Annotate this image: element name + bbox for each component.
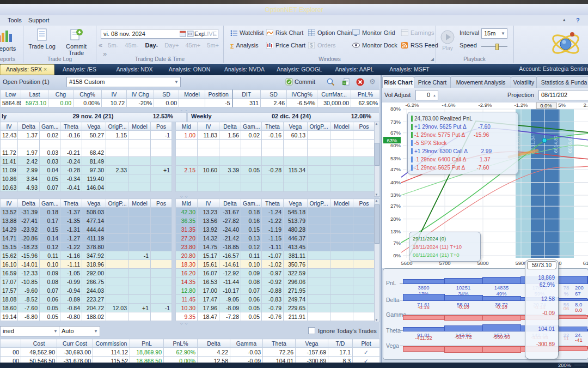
column-header[interactable]: Theta [60,122,82,131]
nav-45m-minus[interactable]: 45m- [125,42,138,49]
column-header[interactable]: Model [129,199,151,208]
option-row[interactable]: 10.634.930.07-0.41146.04 [1,183,172,192]
column-header[interactable]: Plot [353,339,380,348]
option-row[interactable]: 14.3516.53-11.440.08-0.92296.06 [176,277,375,286]
column-header[interactable]: Delta [219,122,241,131]
option-row[interactable]: 13.88-27.410.17-1.35477.14 [1,216,172,225]
vol-adjust-spinner[interactable]: 0▲▼ [415,90,438,100]
column-header[interactable]: Theta [263,339,296,348]
column-header[interactable]: Theta [262,122,284,131]
calendar-icon[interactable] [180,31,186,39]
interval-select[interactable]: 15m▼ [481,28,507,39]
price-chart-button[interactable]: Price Chart [266,41,305,50]
column-header[interactable]: IV [198,122,219,131]
nav-45m-plus[interactable]: 45m+ [185,42,200,49]
option-row[interactable]: 13.52-31.390.18-1.37508.03 [1,208,172,216]
option-row[interactable]: 11.4517.47-9.050.06-0.83249.74 [176,295,375,304]
option-row[interactable]: 16.2016.07-12.920.09-0.97322.59 [176,269,375,277]
expiry-header-right[interactable]: Weekly 02 dic. 24 (24) 12.08% [187,112,379,122]
option-row[interactable]: 15.15-18.230.12-1.22378.80 [1,243,172,251]
commit-trade-button[interactable]: Commit Trade [59,28,93,56]
tab-analysis-es[interactable]: Analysis: /ES [48,65,111,74]
checkbox-box[interactable] [308,327,315,334]
play-button[interactable]: Play [440,30,455,51]
column-header[interactable]: Mid [176,122,198,131]
rtab-statistics-funda[interactable]: Statistics & Funda [536,76,588,88]
reports-button-label[interactable]: eports [0,45,23,52]
column-header[interactable]: IV [198,199,219,208]
help-icon[interactable]: ? [573,16,583,24]
column-header[interactable]: Low [1,90,21,99]
column-header[interactable]: Model [330,199,353,208]
nav-5m-plus[interactable]: 5m+ [207,42,219,49]
column-header[interactable]: OrigP... [106,199,129,208]
column-header[interactable]: IV [102,90,127,99]
rtab-price-chart[interactable]: Price Chart [414,76,451,88]
option-row[interactable]: 17.07-10.850.08-0.99266.75 [1,277,172,286]
position-select[interactable]: #158 Custom▼ [66,77,181,87]
option-row[interactable]: 36.3513.56-27.820.16-1.22513.79 [176,216,375,225]
option-row[interactable]: 14.71-20.860.14-1.27411.19 [1,234,172,243]
column-header[interactable]: T/D [328,339,353,348]
trading-date-input[interactable]: vi. 08 nov. 2024 Exp LIVE [101,29,218,39]
nav-day-plus[interactable]: Day+ [164,42,179,49]
menu-tools[interactable]: Tools [4,16,25,24]
projection-date-input[interactable]: 08/11/202 [538,90,588,100]
speed-slider[interactable] [481,46,507,47]
upper-chain-scrollbar[interactable]: ▲ ▼ [374,122,380,197]
live-label[interactable]: LIVE [204,29,217,38]
option-row[interactable]: 11.412.420.03-0.2481.49 [1,157,172,166]
column-header[interactable]: Vega [82,122,106,131]
windows-dialog-launcher-icon[interactable]: ◢ [431,57,434,62]
column-header[interactable]: Delta [219,199,241,208]
delete-icon[interactable] [356,78,364,87]
option-row[interactable]: 12.8017.00-10.170.07-0.88271.95 [176,286,375,295]
risk-chart-button[interactable]: Risk Chart [266,28,303,38]
splitter-grip[interactable]: ⁘⁘ [180,322,189,327]
option-chain-button[interactable]: Option Chain [308,28,352,38]
table-row[interactable]: 5864.895973.100.000.00%10.72-20%0.00-531… [1,99,380,107]
option-row[interactable]: 23.8014.75-18.850.12-1.11413.45 [176,243,375,251]
column-header[interactable]: Commission [93,339,130,348]
option-row[interactable]: 17.57-9.600.07-0.94244.03 [1,286,172,295]
column-header[interactable] [1,339,21,348]
column-header[interactable]: Delta [198,339,230,348]
option-row[interactable] [176,148,375,157]
reports-icon[interactable] [0,29,12,44]
column-header[interactable]: Delta [18,199,40,208]
column-header[interactable]: Gamma [230,339,263,348]
option-row[interactable] [176,140,375,148]
option-row[interactable]: 11.092.990.04-0.2897.302.33+1 [1,166,172,174]
column-header[interactable]: Vega [82,199,106,208]
tab-analysis-onon[interactable]: Analysis: ONON [158,65,221,74]
zoom-slider[interactable] [574,365,586,365]
strategy-filter-select[interactable]: ined▼ [0,326,60,336]
tab-close-icon[interactable]: × [44,66,47,73]
column-header[interactable]: Cost [21,339,57,348]
column-header[interactable]: Last [21,90,48,99]
option-row[interactable]: 2.1510.603.390.05-0.28115.34 [176,166,375,174]
column-header[interactable]: Theta [60,199,82,208]
summary-row[interactable]: 0049,562.90-30,693.00114.1218,869.9062.9… [1,348,380,357]
option-row[interactable]: 18.60-7.600.05-0.84204.7212.03+1-1 [1,304,172,312]
column-header[interactable]: IVChg% [287,90,317,99]
option-row[interactable]: 12.431.370.02-0.1650.271.15-1 [1,131,172,140]
option-row[interactable]: 9.3518.47-7.280.05-0.76211.91 [176,312,375,321]
column-header[interactable]: Gam... [40,122,60,131]
option-row[interactable]: 19.14-6.800.05-0.80188.02 [1,312,172,321]
speed-slider-handle[interactable] [495,44,499,50]
option-row[interactable]: 42.3013.23-31.670.18-1.24545.18 [176,208,375,216]
menu-support[interactable]: Support [25,16,53,24]
column-header[interactable]: Mid [176,199,198,208]
nav-5m-minus[interactable]: 5m- [108,42,118,49]
monitor-dock-button[interactable]: Monitor Dock [352,41,397,50]
option-row[interactable] [176,174,375,183]
option-row[interactable]: 16.10-14.010.10-1.11318.96 [1,260,172,269]
column-header[interactable]: Gam... [241,122,262,131]
column-header[interactable]: OrigP... [308,122,330,131]
column-header[interactable]: Model [330,122,353,131]
export-sheet-icon[interactable] [342,78,350,87]
rtab-risk-chart[interactable]: Risk Chart [382,76,414,88]
option-row[interactable]: 18.08-8.520.06-0.89223.27 [1,295,172,304]
option-row[interactable]: 11.721.970.03-0.2168.42 [1,148,172,157]
